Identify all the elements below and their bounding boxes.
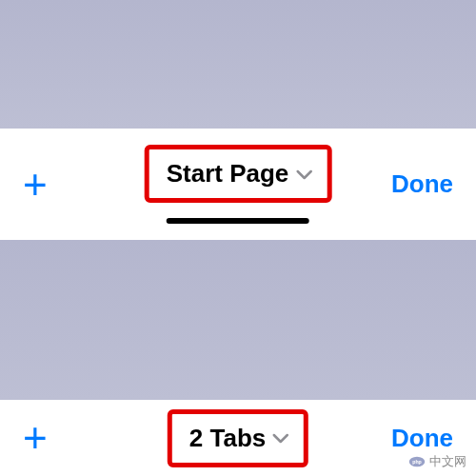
toolbar-center-group: Start Page bbox=[145, 145, 332, 224]
watermark-text: 中文网 bbox=[429, 453, 466, 470]
toolbar-center-group: 2 Tabs bbox=[168, 409, 308, 467]
background-area bbox=[0, 240, 476, 400]
tab-toolbar: + Start Page Done bbox=[0, 129, 476, 240]
done-label: Done bbox=[391, 424, 453, 452]
watermark: php 中文网 bbox=[408, 453, 466, 470]
new-tab-button[interactable]: + bbox=[23, 164, 61, 206]
plus-icon: + bbox=[23, 164, 48, 206]
plus-icon: + bbox=[23, 417, 48, 459]
svg-text:php: php bbox=[412, 459, 422, 465]
tab-group-selector[interactable]: Start Page bbox=[145, 145, 332, 203]
chevron-down-icon bbox=[271, 428, 290, 447]
chevron-down-icon bbox=[294, 165, 313, 184]
tab-group-title: 2 Tabs bbox=[189, 424, 266, 453]
done-label: Done bbox=[391, 169, 453, 198]
tab-toolbar: + 2 Tabs Done bbox=[0, 400, 476, 476]
tab-group-selector[interactable]: 2 Tabs bbox=[168, 409, 308, 467]
php-logo-icon: php bbox=[408, 453, 426, 470]
tab-group-title: Start Page bbox=[167, 159, 289, 188]
done-button[interactable]: Done bbox=[391, 169, 453, 199]
background-area bbox=[0, 0, 476, 129]
done-button[interactable]: Done bbox=[391, 424, 453, 453]
home-indicator bbox=[167, 218, 309, 224]
new-tab-button[interactable]: + bbox=[23, 417, 61, 459]
screenshot-panel-2: + 2 Tabs Done bbox=[0, 240, 476, 476]
screenshot-panel-1: + Start Page Done bbox=[0, 0, 476, 240]
